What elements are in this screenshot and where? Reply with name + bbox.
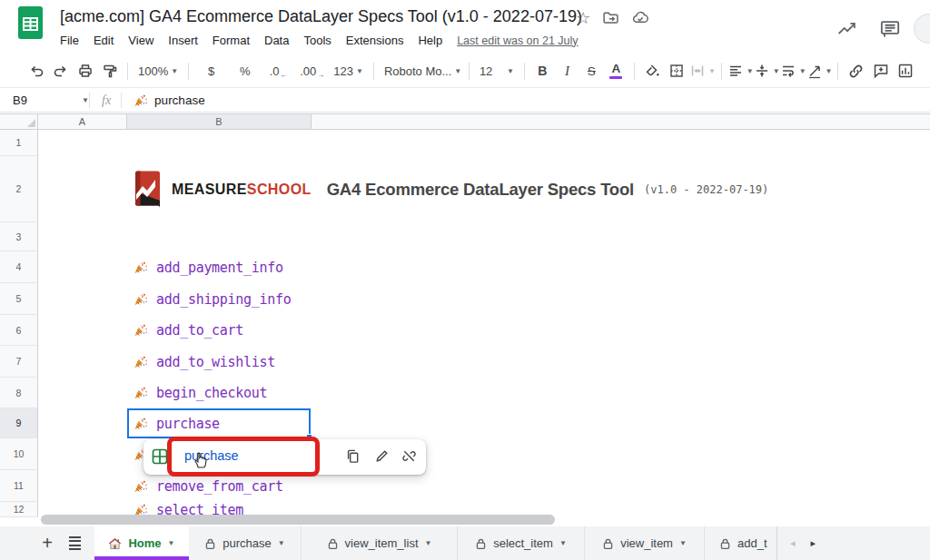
document-title[interactable]: [acme.com] GA4 Ecommerce DataLayer Specs…: [60, 7, 582, 26]
sheet-tab-purchase[interactable]: purchase▼: [189, 526, 302, 560]
column-header-a[interactable]: A: [38, 114, 127, 129]
event-link-add_shipping_info[interactable]: add_shipping_info: [156, 291, 291, 308]
menu-item-edit[interactable]: Edit: [86, 31, 121, 50]
menu-item-help[interactable]: Help: [411, 31, 450, 50]
cloud-saved-icon[interactable]: [631, 9, 649, 26]
sheet-tab-home[interactable]: Home▼: [94, 526, 189, 560]
sheets-logo-icon[interactable]: [18, 6, 43, 39]
row-header-10[interactable]: 10: [0, 438, 38, 470]
sheet-tab-select_item[interactable]: select_item▼: [458, 526, 585, 560]
menu-item-data[interactable]: Data: [257, 31, 296, 50]
row-header-12[interactable]: 12: [0, 502, 38, 517]
add-sheet-button[interactable]: +: [34, 526, 61, 560]
text-color-button[interactable]: A: [604, 59, 628, 83]
decrease-decimal-button[interactable]: .0←: [262, 59, 295, 83]
redo-icon[interactable]: [48, 59, 73, 83]
selected-cell-outline: [127, 408, 311, 438]
brand-text: MEASURESCHOOL: [172, 182, 312, 198]
event-link-add_payment_info[interactable]: add_payment_info: [156, 260, 283, 276]
merge-cells-icon[interactable]: ▼: [689, 59, 716, 83]
sheet-tab-view_item_list[interactable]: view_item_list▼: [302, 526, 458, 560]
lock-icon: [475, 537, 487, 550]
row-header-2[interactable]: 2: [0, 156, 38, 222]
insert-chart-icon[interactable]: [893, 59, 917, 83]
row-header-7[interactable]: 7: [0, 346, 38, 378]
chevron-down-icon: ▼: [168, 539, 175, 547]
formula-input[interactable]: purchase: [134, 93, 205, 108]
event-link-begin_checkout[interactable]: begin_checkout: [156, 385, 267, 401]
chevron-down-icon: ▼: [278, 539, 285, 547]
event-link-remove_from_cart[interactable]: remove_from_cart: [156, 478, 283, 495]
sheet-heading-version: (v1.0 - 2022-07-19): [644, 183, 768, 196]
text-wrap-icon[interactable]: ▼: [780, 59, 806, 83]
menu-item-file[interactable]: File: [53, 31, 86, 50]
lock-icon: [602, 537, 614, 550]
row-header-5[interactable]: 5: [0, 283, 38, 315]
move-folder-icon[interactable]: [602, 9, 619, 26]
row-header-11[interactable]: 11: [0, 470, 38, 502]
borders-icon[interactable]: [665, 59, 689, 83]
menu-item-format[interactable]: Format: [205, 31, 257, 50]
star-icon[interactable]: ☆: [576, 10, 590, 26]
row-header-8[interactable]: 8: [0, 378, 38, 408]
text-rotation-icon[interactable]: ▼: [806, 59, 833, 83]
row-header-9[interactable]: 9: [0, 408, 38, 438]
spec-rules-icon[interactable]: [836, 20, 858, 38]
sheet-tab-bar: + Home▼purchase▼view_item_list▼select_it…: [0, 526, 930, 560]
party-popper-icon: [134, 260, 148, 275]
sheet-tab-view_item[interactable]: view_item▼: [585, 526, 705, 560]
italic-button[interactable]: I: [555, 59, 579, 83]
format-currency-button[interactable]: $: [194, 59, 228, 83]
select-all-corner[interactable]: [0, 114, 38, 129]
next-sheets-icon[interactable]: ▸: [811, 537, 816, 549]
avatar[interactable]: [914, 14, 930, 44]
google-sheets-app: [acme.com] GA4 Ecommerce DataLayer Specs…: [0, 0, 930, 560]
increase-decimal-button[interactable]: .00→: [295, 59, 329, 83]
edit-icon[interactable]: [374, 448, 390, 464]
format-percent-button[interactable]: %: [228, 59, 262, 83]
zoom-select[interactable]: 100%▼: [134, 59, 183, 83]
font-select[interactable]: Roboto Mo...▼: [380, 59, 463, 83]
event-link-add_to_wishlist[interactable]: add_to_wishlist: [156, 354, 275, 370]
fill-color-icon[interactable]: [640, 59, 665, 83]
menu-item-view[interactable]: View: [121, 31, 161, 50]
horizontal-scrollbar[interactable]: [41, 515, 555, 525]
row-header-6[interactable]: 6: [0, 315, 38, 346]
paint-format-icon[interactable]: [97, 59, 122, 83]
font-size-select[interactable]: 12▼: [475, 59, 519, 83]
tab-label: view_item_list: [345, 536, 419, 550]
row-header-4[interactable]: 4: [0, 251, 38, 283]
number-format-button[interactable]: 123▼: [329, 59, 368, 83]
vertical-align-icon[interactable]: ▼: [754, 59, 780, 83]
grid-row-6: 6add_to_cart: [0, 315, 930, 346]
lock-icon: [719, 537, 731, 550]
event-link-add_to_cart[interactable]: add_to_cart: [156, 322, 243, 339]
formula-bar: B9▼ fx purchase: [0, 89, 930, 113]
title-actions: ☆: [576, 9, 649, 26]
prev-sheets-icon[interactable]: ◂: [790, 537, 796, 549]
insert-comment-icon[interactable]: [868, 59, 893, 83]
event-link-cell: add_payment_info: [134, 260, 283, 276]
all-sheets-button[interactable]: [61, 526, 88, 560]
row-header-3[interactable]: 3: [0, 222, 38, 251]
copy-icon[interactable]: [345, 448, 361, 464]
name-box[interactable]: B9▼: [0, 93, 89, 107]
house-icon: [108, 537, 122, 550]
grid-row-3: 3: [0, 222, 930, 251]
horizontal-align-icon[interactable]: ▼: [727, 59, 754, 83]
unlink-icon[interactable]: [401, 448, 417, 464]
undo-icon[interactable]: [24, 59, 48, 83]
bold-button[interactable]: B: [530, 59, 555, 83]
party-popper-icon: [134, 93, 148, 108]
last-edit-link[interactable]: Last edit was on 21 July: [457, 34, 578, 47]
strikethrough-button[interactable]: S: [579, 59, 604, 83]
menu-item-tools[interactable]: Tools: [296, 31, 338, 50]
insert-link-icon[interactable]: [844, 59, 868, 83]
column-header-b[interactable]: B: [127, 114, 312, 129]
sheet-tab-add_t[interactable]: add_t: [705, 526, 777, 560]
print-icon[interactable]: [73, 59, 97, 83]
comments-icon[interactable]: [878, 19, 902, 39]
menu-item-insert[interactable]: Insert: [161, 31, 205, 50]
menu-item-extensions[interactable]: Extensions: [339, 31, 411, 50]
row-header-1[interactable]: 1: [0, 130, 38, 156]
